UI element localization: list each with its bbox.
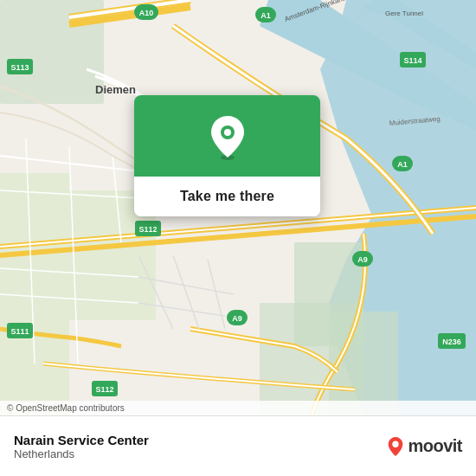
svg-point-51 (393, 441, 399, 447)
location-name: Narain Service Center (14, 433, 149, 447)
svg-text:S114: S114 (403, 56, 421, 65)
attribution-text: © OpenStreetMap contributors (7, 403, 125, 413)
svg-point-50 (224, 129, 231, 136)
attribution-bar: © OpenStreetMap contributors (0, 401, 476, 415)
location-country: Netherlands (14, 447, 149, 460)
svg-text:A9: A9 (357, 255, 368, 264)
svg-text:S112: S112 (138, 225, 157, 234)
svg-text:A1: A1 (261, 11, 271, 20)
svg-text:N236: N236 (442, 338, 461, 346)
svg-text:S113: S113 (10, 63, 29, 72)
svg-text:A1: A1 (397, 160, 408, 169)
svg-text:Diemen: Diemen (95, 83, 136, 96)
svg-text:S112: S112 (95, 385, 113, 394)
popup-header (134, 95, 320, 177)
take-me-there-button[interactable]: Take me there (134, 177, 320, 216)
map-container: S113 A10 A1 S114 A1 S112 A9 A9 S112 S111… (0, 0, 476, 415)
moovit-logo: moovit (387, 436, 462, 457)
location-pin-icon (208, 114, 248, 161)
location-info: Narain Service Center Netherlands (14, 433, 149, 460)
moovit-pin-icon (387, 436, 404, 457)
svg-text:S111: S111 (10, 327, 29, 336)
popup-card: Take me there (134, 95, 320, 216)
moovit-logo-text: moovit (408, 436, 462, 456)
svg-text:A10: A10 (139, 9, 154, 17)
svg-text:A9: A9 (232, 314, 242, 323)
svg-text:Gere Tunnel: Gere Tunnel (385, 10, 423, 17)
bottom-bar: Narain Service Center Netherlands moovit (0, 415, 476, 476)
